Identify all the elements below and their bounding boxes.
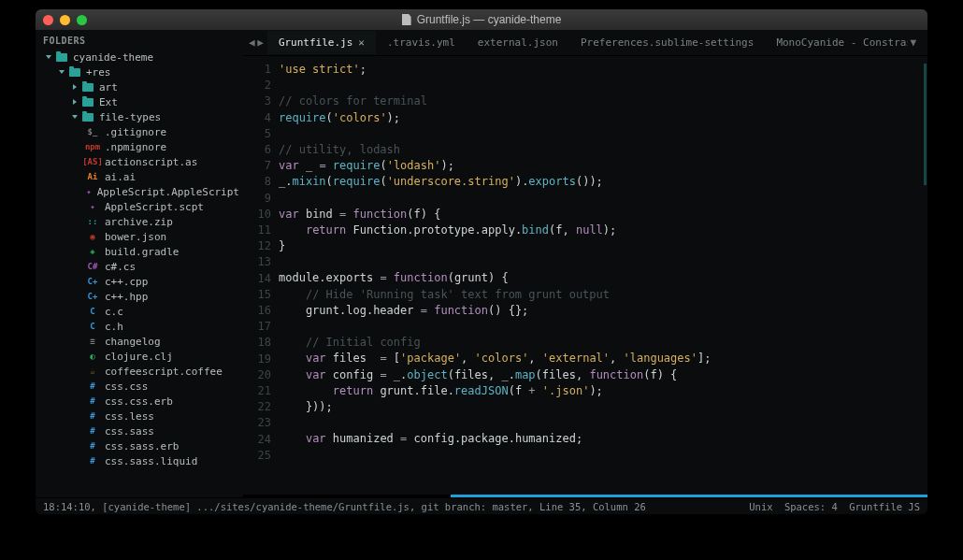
item-label: coffeescript.coffee (105, 366, 223, 378)
code-line[interactable]: 'use strict'; (279, 62, 922, 78)
folder-item[interactable]: art (39, 79, 243, 94)
code-line[interactable] (279, 78, 922, 93)
folder-item[interactable]: file-types (39, 109, 243, 124)
item-label: AppleScript.scpt (105, 201, 204, 213)
code-editor[interactable]: 1234567891011121314151617181920212223242… (243, 56, 927, 495)
tab-overflow-icon[interactable]: ▼ (910, 36, 922, 49)
code-line[interactable] (279, 254, 922, 270)
sidebar[interactable]: FOLDERS cyanide-theme+resartExtfile-type… (36, 30, 243, 497)
tab[interactable]: external.json (467, 31, 569, 54)
status-syntax[interactable]: Gruntfile JS (849, 501, 920, 512)
item-label: art (99, 81, 118, 93)
code-line[interactable]: grunt.log.header = function() {}; (279, 303, 922, 319)
file-item[interactable]: Cc.h (39, 319, 243, 334)
file-item[interactable]: #css.sass.liquid (39, 453, 243, 468)
code-line[interactable] (279, 191, 922, 207)
code-line[interactable]: // utility, lodash (279, 142, 922, 158)
close-icon[interactable]: ✕ (358, 36, 365, 49)
filetype-icon: ◈ (86, 247, 99, 256)
file-item[interactable]: ✦AppleScript.AppleScript (39, 184, 243, 199)
code-line[interactable]: // Initial config (279, 335, 922, 351)
tab[interactable]: Preferences.sublime-settings (569, 31, 765, 54)
folder-icon (82, 113, 93, 122)
filetype-icon: $_ (86, 127, 99, 136)
tab-bar[interactable]: ◀ ▶ Gruntfile.js✕.travis.ymlexternal.jso… (243, 30, 927, 56)
filetype-icon: ≡ (86, 337, 99, 346)
minimap[interactable] (922, 56, 927, 495)
file-item[interactable]: $_.gitignore (39, 124, 243, 139)
tab[interactable]: MonoCyanide - Constrasted Semi.tmTheme (765, 31, 908, 54)
file-item[interactable]: #css.sass (39, 424, 243, 438)
status-bar[interactable]: 18:14:10, [cyanide-theme] .../sites/cyan… (36, 497, 927, 514)
filetype-icon: # (86, 411, 99, 421)
file-item[interactable]: #css.css.erb (39, 394, 243, 409)
minimize-icon[interactable] (60, 15, 70, 25)
filetype-icon: # (86, 381, 99, 391)
code-line[interactable] (279, 319, 922, 335)
file-item[interactable]: C+c++.cpp (39, 274, 243, 289)
titlebar[interactable]: Gruntfile.js — cyanide-theme (36, 9, 927, 30)
code-line[interactable]: require('colors'); (279, 110, 922, 126)
file-item[interactable]: #css.sass.erb (39, 438, 243, 453)
code-line[interactable]: var config = _.object(files, _.map(files… (279, 367, 922, 383)
chevron-down-icon (73, 84, 77, 90)
file-item[interactable]: #css.css (39, 379, 243, 394)
close-icon[interactable] (43, 15, 53, 25)
folder-icon (82, 83, 93, 92)
item-label: css.sass.erb (105, 440, 179, 452)
tab[interactable]: .travis.yml (376, 31, 467, 54)
code-line[interactable] (279, 448, 922, 464)
code-line[interactable]: return grunt.file.readJSON(f + '.json'); (279, 383, 922, 399)
file-item[interactable]: npm.npmignore (39, 139, 243, 154)
file-item[interactable]: ◐clojure.clj (39, 349, 243, 364)
item-label: clojure.clj (105, 351, 173, 363)
editor-window: Gruntfile.js — cyanide-theme FOLDERS cya… (36, 9, 927, 514)
tab-nav-arrows[interactable]: ◀ ▶ (249, 36, 262, 49)
code-area[interactable]: 'use strict'; // colors for terminalrequ… (279, 56, 922, 495)
code-line[interactable] (279, 415, 922, 431)
file-item[interactable]: Aiai.ai (39, 169, 243, 184)
code-line[interactable]: // Hide 'Running task' text from grunt o… (279, 287, 922, 303)
code-line[interactable]: var _ = require('lodash'); (279, 158, 922, 174)
window-title-text: Gruntfile.js — cyanide-theme (417, 13, 562, 26)
code-line[interactable] (279, 126, 922, 142)
folder-item[interactable]: cyanide-theme (39, 50, 243, 65)
code-line[interactable]: return Function.prototype.apply.bind(f, … (279, 223, 922, 238)
code-line[interactable]: // colors for terminal (279, 93, 922, 109)
status-encoding[interactable]: Unix (749, 501, 772, 512)
zoom-icon[interactable] (77, 15, 87, 25)
code-line[interactable]: } (279, 238, 922, 254)
code-line[interactable]: var humanized = config.package.humanized… (279, 431, 922, 447)
file-item[interactable]: #css.less (39, 409, 243, 424)
code-line[interactable]: var files = ['package', 'colors', 'exter… (279, 351, 922, 366)
file-item[interactable]: Cc.c (39, 304, 243, 319)
file-item[interactable]: ◈build.gradle (39, 244, 243, 259)
tab[interactable]: Gruntfile.js✕ (267, 31, 376, 54)
filetype-icon: [AS] (86, 157, 99, 166)
file-item[interactable]: ::archive.zip (39, 214, 243, 229)
item-label: file-types (99, 111, 161, 123)
item-label: cyanide-theme (73, 51, 153, 64)
status-left: 18:14:10, [cyanide-theme] .../sites/cyan… (43, 501, 646, 512)
code-line[interactable]: var bind = function(f) { (279, 207, 922, 223)
item-label: c++.hpp (105, 291, 148, 303)
file-item[interactable]: ✦AppleScript.scpt (39, 199, 243, 214)
code-line[interactable]: })); (279, 399, 922, 415)
code-line[interactable]: module.exports = function(grunt) { (279, 270, 922, 286)
file-item[interactable]: [AS]actionscript.as (39, 154, 243, 169)
filetype-icon: # (86, 441, 99, 451)
item-label: ai.ai (105, 171, 136, 183)
file-item[interactable]: C#c#.cs (39, 259, 243, 274)
file-item[interactable]: C+c++.hpp (39, 289, 243, 304)
item-label: build.gradle (105, 246, 179, 258)
item-label: css.sass.liquid (105, 455, 197, 467)
file-item[interactable]: ≡changelog (39, 334, 243, 349)
file-item[interactable]: ◉bower.json (39, 229, 243, 244)
code-line[interactable]: _.mixin(require('underscore.string').exp… (279, 174, 922, 190)
status-indent[interactable]: Spaces: 4 (784, 501, 838, 512)
folder-item[interactable]: +res (39, 65, 243, 79)
window-controls (43, 15, 87, 25)
item-label: bower.json (105, 231, 166, 243)
file-item[interactable]: ☕coffeescript.coffee (39, 364, 243, 379)
folder-item[interactable]: Ext (39, 94, 243, 109)
